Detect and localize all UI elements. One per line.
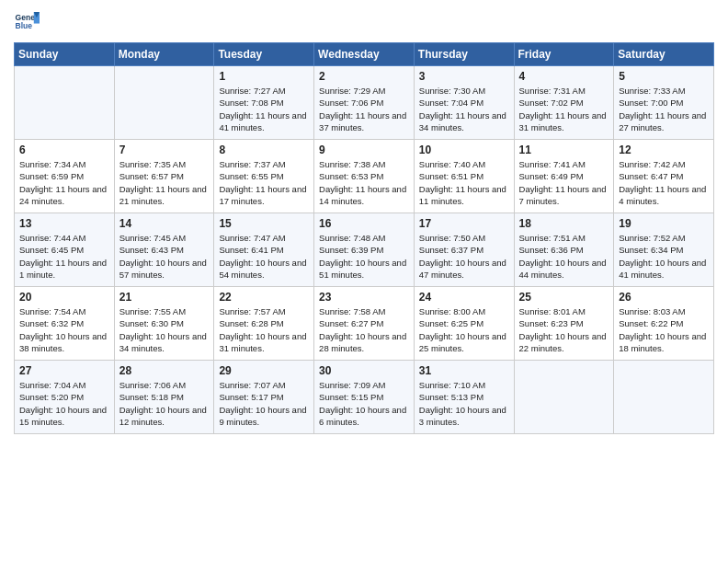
header: General Blue bbox=[14, 9, 714, 35]
logo-icon: General Blue bbox=[14, 9, 40, 35]
calendar-cell: 30Sunrise: 7:09 AMSunset: 5:15 PMDayligh… bbox=[314, 361, 415, 434]
day-number: 18 bbox=[519, 217, 609, 230]
day-detail: Sunrise: 7:07 AMSunset: 5:17 PMDaylight:… bbox=[219, 379, 309, 428]
week-row-3: 13Sunrise: 7:44 AMSunset: 6:45 PMDayligh… bbox=[15, 213, 714, 287]
day-number: 9 bbox=[319, 144, 409, 156]
calendar-cell: 1Sunrise: 7:27 AMSunset: 7:08 PMDaylight… bbox=[214, 66, 314, 140]
calendar-cell: 14Sunrise: 7:45 AMSunset: 6:43 PMDayligh… bbox=[114, 213, 214, 287]
day-detail: Sunrise: 7:48 AMSunset: 6:39 PMDaylight:… bbox=[319, 232, 409, 281]
calendar-cell: 2Sunrise: 7:29 AMSunset: 7:06 PMDaylight… bbox=[314, 66, 415, 140]
day-detail: Sunrise: 7:35 AMSunset: 6:57 PMDaylight:… bbox=[119, 158, 210, 207]
calendar-cell: 9Sunrise: 7:38 AMSunset: 6:53 PMDaylight… bbox=[314, 140, 415, 213]
week-row-4: 20Sunrise: 7:54 AMSunset: 6:32 PMDayligh… bbox=[15, 287, 714, 361]
calendar-cell: 17Sunrise: 7:50 AMSunset: 6:37 PMDayligh… bbox=[414, 213, 514, 287]
day-detail: Sunrise: 7:58 AMSunset: 6:27 PMDaylight:… bbox=[319, 305, 409, 354]
day-number: 21 bbox=[119, 291, 210, 304]
calendar-cell: 11Sunrise: 7:41 AMSunset: 6:49 PMDayligh… bbox=[514, 140, 614, 213]
col-header-saturday: Saturday bbox=[614, 43, 714, 66]
col-header-friday: Friday bbox=[514, 43, 614, 66]
calendar-cell: 7Sunrise: 7:35 AMSunset: 6:57 PMDaylight… bbox=[114, 140, 214, 213]
day-number: 31 bbox=[419, 364, 509, 377]
day-detail: Sunrise: 7:09 AMSunset: 5:15 PMDaylight:… bbox=[319, 379, 409, 428]
day-number: 1 bbox=[219, 70, 309, 83]
day-number: 3 bbox=[419, 70, 509, 83]
calendar-cell: 18Sunrise: 7:51 AMSunset: 6:36 PMDayligh… bbox=[514, 213, 614, 287]
header-row: SundayMondayTuesdayWednesdayThursdayFrid… bbox=[15, 43, 714, 66]
day-detail: Sunrise: 7:29 AMSunset: 7:06 PMDaylight:… bbox=[319, 85, 409, 133]
calendar-cell: 15Sunrise: 7:47 AMSunset: 6:41 PMDayligh… bbox=[214, 213, 314, 287]
col-header-monday: Monday bbox=[114, 43, 214, 66]
day-number: 4 bbox=[519, 70, 609, 83]
calendar-cell: 3Sunrise: 7:30 AMSunset: 7:04 PMDaylight… bbox=[414, 66, 514, 140]
day-detail: Sunrise: 7:57 AMSunset: 6:28 PMDaylight:… bbox=[219, 305, 309, 354]
calendar-cell: 8Sunrise: 7:37 AMSunset: 6:55 PMDaylight… bbox=[214, 140, 314, 213]
day-number: 13 bbox=[19, 217, 109, 230]
day-detail: Sunrise: 7:04 AMSunset: 5:20 PMDaylight:… bbox=[19, 379, 109, 428]
day-detail: Sunrise: 7:37 AMSunset: 6:55 PMDaylight:… bbox=[219, 158, 309, 207]
day-detail: Sunrise: 7:38 AMSunset: 6:53 PMDaylight:… bbox=[319, 158, 409, 207]
calendar-cell: 26Sunrise: 8:03 AMSunset: 6:22 PMDayligh… bbox=[614, 287, 714, 361]
day-number: 10 bbox=[419, 144, 509, 156]
day-detail: Sunrise: 7:51 AMSunset: 6:36 PMDaylight:… bbox=[519, 232, 609, 281]
week-row-5: 27Sunrise: 7:04 AMSunset: 5:20 PMDayligh… bbox=[15, 361, 714, 434]
week-row-2: 6Sunrise: 7:34 AMSunset: 6:59 PMDaylight… bbox=[15, 140, 714, 213]
calendar-cell: 29Sunrise: 7:07 AMSunset: 5:17 PMDayligh… bbox=[214, 361, 314, 434]
calendar-cell bbox=[614, 361, 714, 434]
day-number: 22 bbox=[219, 291, 309, 304]
calendar-page: General Blue SundayMondayTuesdayWednesda… bbox=[0, 0, 728, 448]
day-number: 5 bbox=[619, 70, 709, 83]
calendar-cell: 13Sunrise: 7:44 AMSunset: 6:45 PMDayligh… bbox=[15, 213, 115, 287]
day-number: 6 bbox=[19, 144, 109, 156]
day-number: 20 bbox=[19, 291, 109, 304]
day-detail: Sunrise: 7:30 AMSunset: 7:04 PMDaylight:… bbox=[419, 85, 509, 133]
day-number: 26 bbox=[619, 291, 709, 304]
day-number: 25 bbox=[519, 291, 609, 304]
day-number: 17 bbox=[419, 217, 509, 230]
col-header-sunday: Sunday bbox=[15, 43, 115, 66]
day-detail: Sunrise: 7:34 AMSunset: 6:59 PMDaylight:… bbox=[19, 158, 109, 207]
svg-text:Blue: Blue bbox=[16, 21, 33, 30]
day-detail: Sunrise: 7:10 AMSunset: 5:13 PMDaylight:… bbox=[419, 379, 509, 428]
day-number: 27 bbox=[19, 364, 109, 377]
day-detail: Sunrise: 7:54 AMSunset: 6:32 PMDaylight:… bbox=[19, 305, 109, 354]
day-number: 15 bbox=[219, 217, 309, 230]
calendar-cell: 23Sunrise: 7:58 AMSunset: 6:27 PMDayligh… bbox=[314, 287, 415, 361]
calendar-cell: 21Sunrise: 7:55 AMSunset: 6:30 PMDayligh… bbox=[114, 287, 214, 361]
day-number: 29 bbox=[219, 364, 309, 377]
day-detail: Sunrise: 7:33 AMSunset: 7:00 PMDaylight:… bbox=[619, 85, 709, 133]
col-header-wednesday: Wednesday bbox=[314, 43, 415, 66]
day-detail: Sunrise: 7:31 AMSunset: 7:02 PMDaylight:… bbox=[519, 85, 609, 133]
calendar-cell: 31Sunrise: 7:10 AMSunset: 5:13 PMDayligh… bbox=[414, 361, 514, 434]
calendar-table: SundayMondayTuesdayWednesdayThursdayFrid… bbox=[14, 42, 714, 434]
day-detail: Sunrise: 7:55 AMSunset: 6:30 PMDaylight:… bbox=[119, 305, 210, 354]
calendar-cell: 20Sunrise: 7:54 AMSunset: 6:32 PMDayligh… bbox=[15, 287, 115, 361]
day-number: 19 bbox=[619, 217, 709, 230]
day-number: 12 bbox=[619, 144, 709, 156]
day-number: 28 bbox=[119, 364, 210, 377]
calendar-cell bbox=[15, 66, 115, 140]
day-number: 23 bbox=[319, 291, 409, 304]
calendar-cell bbox=[114, 66, 214, 140]
day-detail: Sunrise: 7:45 AMSunset: 6:43 PMDaylight:… bbox=[119, 232, 210, 281]
day-detail: Sunrise: 7:50 AMSunset: 6:37 PMDaylight:… bbox=[419, 232, 509, 281]
day-number: 7 bbox=[119, 144, 210, 156]
calendar-cell bbox=[514, 361, 614, 434]
calendar-cell: 4Sunrise: 7:31 AMSunset: 7:02 PMDaylight… bbox=[514, 66, 614, 140]
day-number: 24 bbox=[419, 291, 509, 304]
calendar-cell: 16Sunrise: 7:48 AMSunset: 6:39 PMDayligh… bbox=[314, 213, 415, 287]
calendar-cell: 19Sunrise: 7:52 AMSunset: 6:34 PMDayligh… bbox=[614, 213, 714, 287]
day-detail: Sunrise: 7:40 AMSunset: 6:51 PMDaylight:… bbox=[419, 158, 509, 207]
day-number: 30 bbox=[319, 364, 409, 377]
day-detail: Sunrise: 7:27 AMSunset: 7:08 PMDaylight:… bbox=[219, 85, 309, 133]
calendar-cell: 22Sunrise: 7:57 AMSunset: 6:28 PMDayligh… bbox=[214, 287, 314, 361]
logo: General Blue bbox=[14, 9, 41, 35]
day-detail: Sunrise: 7:41 AMSunset: 6:49 PMDaylight:… bbox=[519, 158, 609, 207]
calendar-cell: 24Sunrise: 8:00 AMSunset: 6:25 PMDayligh… bbox=[414, 287, 514, 361]
calendar-cell: 6Sunrise: 7:34 AMSunset: 6:59 PMDaylight… bbox=[15, 140, 115, 213]
day-detail: Sunrise: 7:52 AMSunset: 6:34 PMDaylight:… bbox=[619, 232, 709, 281]
col-header-thursday: Thursday bbox=[414, 43, 514, 66]
day-number: 2 bbox=[319, 70, 409, 83]
day-detail: Sunrise: 7:44 AMSunset: 6:45 PMDaylight:… bbox=[19, 232, 109, 281]
day-number: 11 bbox=[519, 144, 609, 156]
day-detail: Sunrise: 7:06 AMSunset: 5:18 PMDaylight:… bbox=[119, 379, 210, 428]
